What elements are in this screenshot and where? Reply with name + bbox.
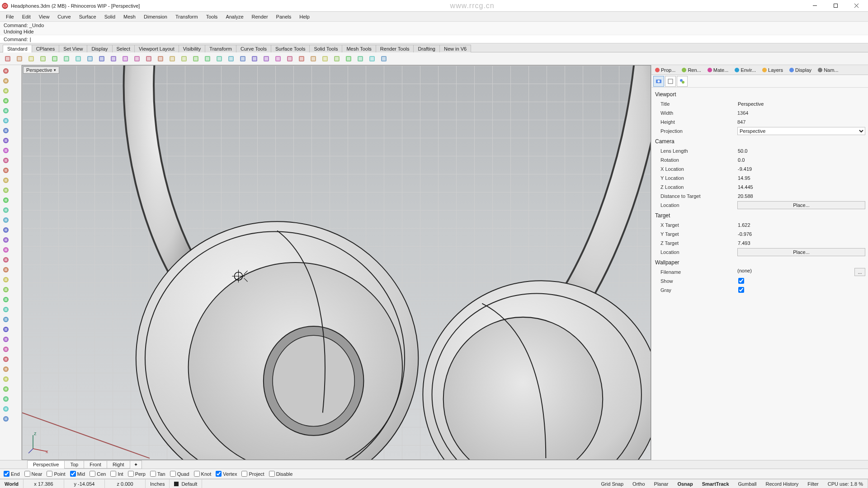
fillet-tool-icon[interactable]: [1, 355, 10, 364]
target-place-button[interactable]: Place...: [737, 248, 865, 256]
panel-tab-nam[interactable]: Nam...: [815, 66, 841, 74]
osnap-quad[interactable]: Quad: [170, 471, 189, 477]
toolbar-tab-cplanes[interactable]: CPlanes: [32, 45, 60, 52]
cone-tool-icon[interactable]: [1, 275, 10, 284]
panel-tab-mate[interactable]: Mate...: [705, 66, 731, 74]
toolbar-tab-display[interactable]: Display: [87, 45, 112, 52]
toolbar-tab-visibility[interactable]: Visibility: [179, 45, 206, 52]
planar-icon[interactable]: [355, 54, 365, 64]
filename-browse-button[interactable]: ...: [854, 268, 865, 276]
osnap-disable[interactable]: Disable: [269, 471, 293, 477]
osnap-perp[interactable]: Perp: [128, 471, 146, 477]
prop-icon[interactable]: [250, 54, 259, 64]
box-tool-icon[interactable]: [1, 245, 10, 254]
revolve-tool-icon[interactable]: [1, 315, 10, 324]
unlock-icon[interactable]: [226, 54, 236, 64]
show-icon[interactable]: [203, 54, 212, 64]
copy-icon[interactable]: [61, 54, 71, 64]
osnap-mid[interactable]: Mid: [70, 471, 85, 477]
osnap-vertex[interactable]: Vertex: [216, 471, 237, 477]
osnap-knot[interactable]: Knot: [194, 471, 212, 477]
menu-solid[interactable]: Solid: [100, 13, 119, 21]
join-tool-icon[interactable]: [1, 394, 10, 404]
object-properties-icon[interactable]: [665, 76, 676, 87]
xray-icon[interactable]: [308, 54, 318, 64]
maximize-button[interactable]: [826, 1, 845, 11]
selw-icon[interactable]: [179, 54, 189, 64]
menu-surface[interactable]: Surface: [75, 13, 100, 21]
polygon-tool-icon[interactable]: [1, 196, 10, 205]
ghost-icon[interactable]: [297, 54, 307, 64]
status-toggle-smarttrack[interactable]: SmartTrack: [698, 481, 734, 487]
prop-show-checkbox[interactable]: [738, 278, 744, 284]
menu-edit[interactable]: Edit: [18, 13, 35, 21]
menu-tools[interactable]: Tools: [202, 13, 222, 21]
toolbar-tab-drafting[interactable]: Drafting: [413, 45, 440, 52]
new-icon[interactable]: [3, 54, 13, 64]
paste-icon[interactable]: [73, 54, 83, 64]
prop-lens-value[interactable]: [736, 148, 865, 154]
rect-tool-icon[interactable]: [1, 186, 10, 195]
status-toggle-gumball[interactable]: Gumball: [734, 481, 761, 487]
hatch-tool-icon[interactable]: [1, 235, 10, 244]
text-tool-icon[interactable]: [1, 216, 10, 225]
wire-icon[interactable]: [273, 54, 283, 64]
panel-tab-ren[interactable]: Ren...: [679, 66, 703, 74]
move-tool-icon[interactable]: [1, 86, 10, 95]
toolbar-tab-set-view[interactable]: Set View: [59, 45, 87, 52]
status-layer[interactable]: Default: [170, 479, 202, 488]
status-toggle-filter[interactable]: Filter: [803, 481, 823, 487]
prop-rotation-value[interactable]: [736, 157, 865, 163]
prop-ytarget-value[interactable]: [736, 231, 865, 237]
view-tab-right[interactable]: Right: [107, 460, 130, 469]
osnap-near[interactable]: Near: [24, 471, 42, 477]
osnap-tan[interactable]: Tan: [150, 471, 165, 477]
curve-tool-icon[interactable]: [1, 156, 10, 165]
rot-icon[interactable]: [120, 54, 130, 64]
undo-icon[interactable]: [85, 54, 95, 64]
status-toggle-osnap[interactable]: Osnap: [673, 481, 697, 487]
open-icon[interactable]: [14, 54, 24, 64]
prop-xloc-value[interactable]: [736, 166, 865, 172]
sweep-tool-icon[interactable]: [1, 325, 10, 334]
toolbar-tab-new-in-v6[interactable]: New in V6: [439, 45, 471, 52]
pan-icon[interactable]: [108, 54, 118, 64]
chamfer-tool-icon[interactable]: [1, 365, 10, 374]
prop-dist-value[interactable]: [736, 193, 865, 199]
toolbar-tab-mesh-tools[interactable]: Mesh Tools: [342, 45, 376, 52]
toolbar-tab-select[interactable]: Select: [112, 45, 135, 52]
loft-tool-icon[interactable]: [1, 335, 10, 344]
lasso-tool-icon[interactable]: [1, 76, 10, 85]
lock-icon[interactable]: [214, 54, 224, 64]
prop-zloc-value[interactable]: [736, 184, 865, 190]
zoom-icon[interactable]: [132, 54, 142, 64]
zoomw-icon[interactable]: [156, 54, 165, 64]
cyl-tool-icon[interactable]: [1, 265, 10, 274]
close-button[interactable]: [846, 1, 866, 11]
menu-view[interactable]: View: [35, 13, 54, 21]
view-tab-add[interactable]: ✦: [130, 460, 142, 469]
status-toggle-planar[interactable]: Planar: [650, 481, 673, 487]
viewport-canvas[interactable]: z x: [22, 66, 651, 460]
ellipse-tool-icon[interactable]: [1, 206, 10, 215]
minimize-button[interactable]: [805, 1, 825, 11]
osnap-end[interactable]: End: [4, 471, 20, 477]
panel-tab-layers[interactable]: Layers: [760, 66, 786, 74]
sel-icon[interactable]: [167, 54, 177, 64]
help-icon[interactable]: [379, 54, 389, 64]
line-tool-icon[interactable]: [1, 136, 10, 145]
osnap-point[interactable]: Point: [47, 471, 65, 477]
status-toggle-grid-snap[interactable]: Grid Snap: [597, 481, 628, 487]
trim-tool-icon[interactable]: [1, 375, 10, 384]
pointer-tool-icon[interactable]: [1, 66, 10, 75]
cut-icon[interactable]: [50, 54, 60, 64]
pipe-tool-icon[interactable]: [1, 295, 10, 304]
menu-dimension[interactable]: Dimension: [140, 13, 171, 21]
arc-tool-icon[interactable]: [1, 176, 10, 185]
menu-file[interactable]: File: [2, 13, 18, 21]
prop-title-value[interactable]: [736, 101, 865, 107]
polyline-tool-icon[interactable]: [1, 146, 10, 155]
torus-tool-icon[interactable]: [1, 285, 10, 294]
viewport[interactable]: Perspective ▾: [22, 65, 651, 460]
menu-mesh[interactable]: Mesh: [119, 13, 140, 21]
